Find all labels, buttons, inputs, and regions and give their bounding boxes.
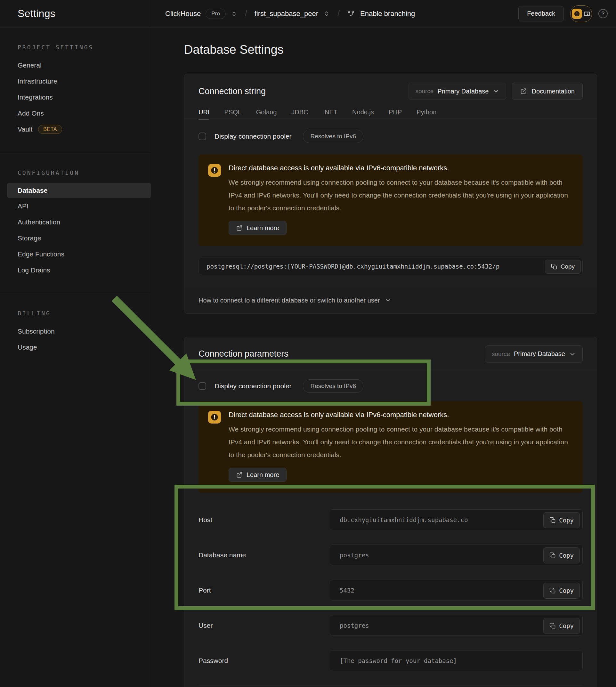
chevron-down-icon — [384, 297, 392, 304]
connection-string-card: Connection string source Primary Databas… — [184, 74, 597, 314]
connect-different-database-link[interactable]: How to connect to a different database o… — [184, 287, 597, 313]
git-branch-icon — [347, 10, 355, 18]
sidebar-item-label: Add Ons — [18, 110, 44, 117]
host-value: db.cxhygiuitamxhniiddjm.supabase.co — [340, 516, 468, 524]
help-button[interactable]: ? — [598, 9, 608, 18]
connection-parameters-title: Connection parameters — [198, 349, 288, 359]
warning-icon — [208, 411, 221, 423]
documentation-button[interactable]: Documentation — [512, 83, 583, 100]
copy-user-button[interactable]: Copy — [543, 618, 580, 634]
sidebar-item-label: API — [18, 202, 28, 210]
sidebar-section-billing: BILLING Subscription Usage — [0, 293, 151, 368]
copy-port-button[interactable]: Copy — [543, 583, 580, 599]
learn-more-button[interactable]: Learn more — [228, 468, 287, 482]
learn-more-button[interactable]: Learn more — [228, 221, 287, 235]
host-label: Host — [198, 516, 330, 524]
sidebar-item-label: Edge Functions — [18, 250, 64, 258]
source-select-label: source — [415, 88, 434, 95]
resolves-ipv6-badge: Resolves to IPv6 — [303, 130, 364, 143]
sidebar-item-infrastructure[interactable]: Infrastructure — [0, 73, 151, 89]
sidebar-item-add-ons[interactable]: Add Ons — [0, 105, 151, 121]
pooler-row: Display connection pooler Resolves to IP… — [184, 118, 597, 154]
breadcrumb-separator: / — [245, 9, 247, 18]
password-field[interactable]: [The password for your database] — [330, 650, 583, 671]
copy-database-name-button[interactable]: Copy — [543, 548, 580, 563]
copy-icon — [549, 623, 556, 629]
tab-uri[interactable]: URI — [198, 109, 210, 119]
sidebar-item-edge-functions[interactable]: Edge Functions — [0, 246, 151, 262]
ipv6-warning-banner: Direct database access is only available… — [198, 154, 583, 246]
copy-icon — [549, 552, 556, 559]
host-field[interactable]: db.cxhygiuitamxhniiddjm.supabase.co Copy — [330, 509, 583, 530]
display-connection-pooler-checkbox[interactable] — [198, 382, 206, 390]
learn-more-label: Learn more — [246, 471, 279, 479]
tab-python[interactable]: Python — [417, 109, 436, 119]
tab-dotnet[interactable]: .NET — [323, 109, 338, 119]
sidebar-item-subscription[interactable]: Subscription — [0, 323, 151, 339]
sidebar-item-general[interactable]: General — [0, 57, 151, 73]
sidebar-item-label: Integrations — [18, 93, 53, 101]
display-connection-pooler-checkbox[interactable] — [198, 133, 206, 140]
sidebar-item-usage[interactable]: Usage — [0, 339, 151, 355]
org-selector-icon[interactable] — [230, 10, 238, 17]
sidebar-item-api[interactable]: API — [0, 198, 151, 214]
user-field[interactable]: postgres Copy — [330, 615, 583, 636]
feedback-button[interactable]: Feedback — [518, 6, 564, 21]
documentation-label: Documentation — [531, 88, 575, 95]
source-select[interactable]: source Primary Database — [485, 346, 583, 363]
database-name-label: Database name — [198, 551, 330, 559]
sidebar-item-log-drains[interactable]: Log Drains — [0, 262, 151, 278]
breadcrumb: ClickHouse Pro / first_supabase_peer / E… — [151, 0, 616, 27]
sidebar: PROJECT SETTINGS General Infrastructure … — [0, 27, 151, 687]
resolves-ipv6-badge: Resolves to IPv6 — [303, 379, 364, 393]
warning-text: We strongly recommend using connection p… — [228, 423, 572, 461]
tab-nodejs[interactable]: Node.js — [352, 109, 374, 119]
main-content: Database Settings Connection string sour… — [151, 27, 616, 687]
external-link-icon — [236, 471, 243, 478]
password-label: Password — [198, 657, 330, 665]
plan-badge: Pro — [205, 9, 225, 19]
port-label: Port — [198, 586, 330, 594]
tab-php[interactable]: PHP — [389, 109, 402, 119]
warning-title: Direct database access is only available… — [228, 164, 572, 172]
sidebar-item-storage[interactable]: Storage — [0, 230, 151, 246]
sidebar-item-integrations[interactable]: Integrations — [0, 89, 151, 105]
card-divider — [198, 685, 583, 686]
database-name-field[interactable]: postgres Copy — [330, 545, 583, 566]
sidebar-item-vault[interactable]: Vault BETA — [0, 121, 151, 137]
sidebar-item-database[interactable]: Database — [7, 183, 151, 198]
project-selector-icon[interactable] — [323, 10, 330, 17]
org-notification-button[interactable] — [570, 5, 592, 22]
connection-string-title: Connection string — [198, 86, 266, 96]
warning-icon — [208, 164, 221, 177]
connection-uri-field[interactable]: postgresql://postgres:[YOUR-PASSWORD]@db… — [198, 258, 583, 275]
tab-golang[interactable]: Golang — [256, 109, 277, 119]
connection-parameters-card: Connection parameters source Primary Dat… — [184, 337, 597, 687]
top-bar-left: Settings — [0, 0, 151, 27]
breadcrumb-project[interactable]: first_supabase_peer — [255, 9, 318, 18]
breadcrumb-org[interactable]: ClickHouse — [165, 9, 201, 18]
copy-host-button[interactable]: Copy — [543, 512, 580, 528]
connection-uri-row: postgresql://postgres:[YOUR-PASSWORD]@db… — [198, 258, 583, 275]
database-name-row: Database name postgres Copy — [198, 545, 583, 566]
org-warning-icon — [572, 9, 582, 19]
source-select[interactable]: source Primary Database — [409, 83, 506, 100]
sidebar-item-authentication[interactable]: Authentication — [0, 214, 151, 230]
port-field[interactable]: 5432 Copy — [330, 580, 583, 601]
port-row: Port 5432 Copy — [198, 580, 583, 601]
sidebar-item-label: Subscription — [18, 328, 55, 335]
pooler-label: Display connection pooler — [215, 133, 291, 140]
tab-psql[interactable]: PSQL — [224, 109, 241, 119]
host-row: Host db.cxhygiuitamxhniiddjm.supabase.co… — [198, 509, 583, 530]
copy-label: Copy — [560, 263, 575, 270]
warning-body: Direct database access is only available… — [228, 411, 572, 482]
sidebar-section-project-settings: PROJECT SETTINGS General Infrastructure … — [0, 27, 151, 153]
warning-text: We strongly recommend using connection p… — [228, 176, 572, 215]
tab-jdbc[interactable]: JDBC — [291, 109, 308, 119]
copy-icon — [551, 264, 557, 270]
copy-uri-button[interactable]: Copy — [545, 260, 581, 274]
copy-label: Copy — [559, 552, 574, 559]
connection-parameters-header: Connection parameters source Primary Dat… — [184, 337, 597, 371]
enable-branching-button[interactable]: Enable branching — [360, 9, 415, 18]
user-label: User — [198, 622, 330, 629]
